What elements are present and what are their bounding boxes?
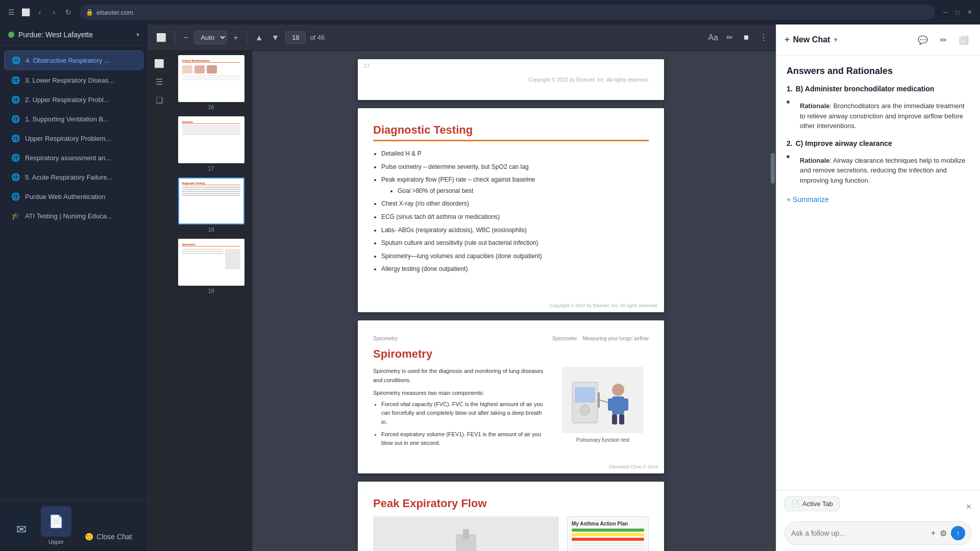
layers-icon[interactable]: ❑: [151, 92, 167, 108]
spirometry-footer: Cleveland Clinic © 2024: [609, 464, 658, 469]
prev-page-button[interactable]: ▲: [253, 31, 265, 44]
sidebar-item-auth[interactable]: 🌐 Purdue Web Authentication: [4, 187, 143, 206]
svg-rect-9: [619, 414, 624, 424]
refresh-icon[interactable]: ↻: [63, 7, 74, 17]
thumbnails-icon[interactable]: ⬜: [151, 55, 167, 71]
edit-icon[interactable]: ✏: [935, 32, 951, 48]
close-button[interactable]: ✕: [966, 8, 974, 16]
sidebar-item-ventilation[interactable]: 🌐 1. Supporting Ventilation B...: [4, 110, 143, 128]
menu-icon[interactable]: ☰: [6, 7, 16, 17]
pdf-scrollbar-thumb[interactable]: [771, 153, 775, 184]
peak-flow-image-1: [373, 516, 559, 551]
globe-icon-5: 🌐: [11, 134, 20, 142]
sidebar: Purdue: West Lafayette ▾ 🌐 4. Obstructiv…: [0, 24, 148, 551]
svg-rect-5: [612, 396, 624, 414]
bookmarks-icon[interactable]: ☰: [151, 73, 167, 90]
pdf-viewer: ⬜ − Auto + ▲ ▼ of 46 Aa ✏ ◽ ⋮ ⬜ ☰ ❑: [148, 24, 776, 551]
maximize-button[interactable]: □: [953, 8, 962, 16]
sidebar-toggle-icon[interactable]: ⬜: [20, 7, 31, 17]
active-tab-badge: 📄 Active Tab: [785, 496, 840, 511]
sidebar-item-ati[interactable]: 🎓 ATI Testing | Nursing Educa...: [4, 207, 143, 225]
pdf-content: ⬜ ☰ ❑ Clinical Manifestations: [148, 51, 776, 551]
profile-chevron-icon[interactable]: ▾: [136, 31, 139, 38]
thumbnail-num-16: 16: [208, 104, 214, 110]
chat-add-button[interactable]: +: [931, 529, 936, 538]
sidebar-item-respiratory[interactable]: 🌐 Respiratory assessment an...: [4, 148, 143, 167]
slide-content-18: Detailed H & P Pulse oximetry – determin…: [373, 148, 649, 275]
globe-icon-8: 🌐: [11, 192, 20, 201]
next-page-button[interactable]: ▼: [270, 31, 282, 44]
chat-icon[interactable]: 💬: [915, 32, 931, 48]
active-tab-close-button[interactable]: ✕: [966, 503, 972, 511]
thumbnail-19[interactable]: Spirometry 19: [175, 239, 248, 294]
pdf-page-spirometry: Spirometry Spirometer Measuring your lun…: [358, 320, 664, 473]
sidebar-item-label: Upper Respiratory Problem...: [25, 135, 111, 142]
zoom-select[interactable]: Auto: [194, 31, 227, 44]
sidebar-item-label: ATI Testing | Nursing Educa...: [25, 212, 112, 220]
sidebar-item-label: 3. Lower Respiratory Diseas...: [25, 77, 114, 84]
sidebar-item-upper2[interactable]: 🌐 Upper Respiratory Problem...: [4, 129, 143, 147]
pdf-scrollbar[interactable]: [770, 51, 776, 551]
minimize-button[interactable]: ─: [941, 8, 949, 16]
chat-input[interactable]: [791, 529, 927, 537]
layout-icon[interactable]: ⬜: [955, 32, 972, 48]
thumbnail-17[interactable]: Question 17: [175, 116, 248, 171]
sidebar-item-label: 2. Upper Respiratory Probl...: [25, 96, 109, 104]
sidebar-item-upper[interactable]: 🌐 2. Upper Respiratory Probl...: [4, 90, 143, 109]
pen-icon[interactable]: ✏: [724, 31, 735, 44]
answers-title: Answers and Rationales: [787, 66, 970, 77]
forward-icon[interactable]: ›: [49, 7, 59, 17]
svg-point-4: [612, 384, 624, 396]
page-number-input[interactable]: [285, 31, 306, 44]
globe-icon-7: 🌐: [11, 173, 20, 181]
bullet-dot-2: [787, 155, 790, 158]
sidebar-toggle-pdf-icon[interactable]: ⬜: [154, 31, 168, 44]
new-chat-button[interactable]: + New Chat ▾: [785, 35, 837, 45]
window-controls: ─ □ ✕: [941, 8, 974, 16]
answer-1: 1. B) Administer bronchodilator medicati…: [787, 85, 970, 131]
chat-header: + New Chat ▾ 💬 ✏ ⬜: [776, 24, 980, 56]
pdf-page-17-partial: Copyright © 2022 by Elsevier, Inc. All r…: [358, 59, 664, 100]
thumbnail-num-19: 19: [208, 288, 214, 294]
thumbnail-16[interactable]: Clinical Manifestations: [175, 55, 248, 110]
more-options-icon[interactable]: ⋮: [757, 31, 770, 44]
zoom-in-button[interactable]: +: [231, 31, 240, 44]
back-icon[interactable]: ‹: [35, 7, 45, 17]
slide-item: Labs- ABGs (respiratory acidosis), WBC (…: [381, 225, 649, 236]
bullet-dot-1: [787, 101, 790, 104]
address-bar[interactable]: 🔒 elsevier.com: [80, 5, 935, 20]
summarize-button[interactable]: + Summarize: [787, 193, 829, 206]
page-total: of 46: [310, 34, 325, 41]
sidebar-item-obstructive[interactable]: 🌐 4. Obstructive Respiratory ...: [4, 51, 143, 70]
spirometry-image: [562, 367, 644, 433]
thumbnail-img-17: Question: [178, 116, 244, 163]
thumbnail-18[interactable]: Diagnostic Testing 18: [175, 178, 248, 233]
mail-tab-icon[interactable]: ✉: [6, 514, 37, 545]
share-icon[interactable]: ◽: [739, 31, 753, 44]
globe-icon-3: 🌐: [11, 95, 20, 104]
zoom-out-button[interactable]: −: [181, 31, 190, 44]
close-chat-button[interactable]: 🙂 Close Chat: [76, 529, 141, 545]
chat-send-button[interactable]: ↑: [951, 526, 965, 540]
chevron-down-icon: ▾: [834, 36, 837, 43]
font-size-icon[interactable]: Aa: [706, 31, 720, 44]
answer-2-num: 2.: [787, 139, 793, 147]
ati-icon: 🎓: [11, 212, 20, 220]
chat-settings-button[interactable]: ⚙: [940, 529, 947, 538]
plus-icon: +: [785, 35, 790, 45]
peak-flow-image-2: My Asthma Action Plan: [567, 516, 649, 551]
slide-footer-18: Copyright © 2022 by Elsevier, Inc. All r…: [550, 303, 658, 308]
document-small-icon: 📄: [791, 500, 799, 508]
svg-rect-7: [623, 398, 628, 411]
sidebar-item-lower[interactable]: 🌐 3. Lower Respiratory Diseas...: [4, 71, 143, 89]
pdf-main-content: Copyright © 2022 by Elsevier, Inc. All r…: [252, 51, 770, 551]
pdf-thumbnails: Clinical Manifestations: [170, 51, 252, 551]
sidebar-item-label: 5. Acute Respiratory Failure...: [25, 173, 112, 181]
thumbnail-img-18: Diagnostic Testing: [178, 178, 244, 224]
spirometry-image-label: Pulmonary function test: [576, 437, 630, 443]
doc-tab-icon[interactable]: 📄: [41, 506, 71, 537]
rationale-label-2: Rationale: [800, 157, 830, 164]
svg-rect-13: [463, 529, 469, 539]
pdf-left-panel: ⬜ ☰ ❑: [148, 51, 170, 551]
sidebar-item-acute[interactable]: 🌐 5. Acute Respiratory Failure...: [4, 168, 143, 186]
